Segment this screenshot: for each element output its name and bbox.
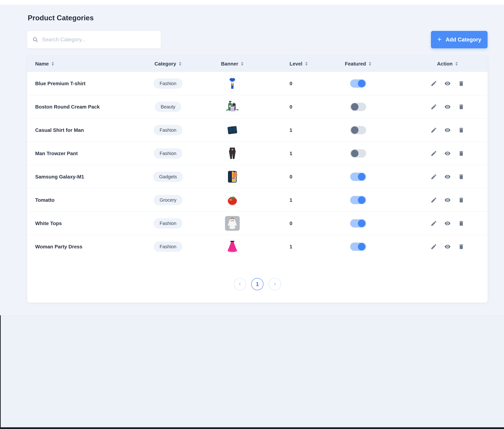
edit-button[interactable] [430, 197, 437, 204]
banner-image-casual-shirt [225, 123, 240, 137]
banner-image-white-top [225, 216, 240, 231]
column-header-featured[interactable]: Featured [329, 61, 388, 67]
category-name: Man Trowzer Pant [27, 151, 136, 156]
edit-button[interactable] [430, 150, 437, 157]
category-badge: Beauty [155, 102, 181, 112]
pencil-icon [431, 220, 437, 227]
table-row: White Tops Fashion 0 [27, 212, 487, 235]
search-box[interactable] [27, 31, 161, 48]
table-row: Casual Shirt for Man Fashion 1 [27, 118, 487, 142]
column-header-action[interactable]: Action [388, 61, 487, 67]
category-name: Samsung Galaxy-M1 [27, 174, 136, 180]
edit-button[interactable] [430, 127, 437, 134]
featured-toggle[interactable] [350, 219, 366, 228]
toggle-knob [351, 150, 358, 157]
category-name: White Tops [27, 221, 136, 226]
view-button[interactable] [444, 197, 451, 204]
eye-icon [444, 126, 451, 134]
search-input[interactable] [42, 37, 156, 43]
toggle-knob [358, 196, 365, 204]
column-header-level[interactable]: Level [265, 61, 329, 67]
view-button[interactable] [444, 173, 451, 180]
edit-button[interactable] [430, 243, 437, 250]
table-row: Blue Premium T-shirt Fashion 0 [27, 72, 487, 95]
toggle-knob [358, 80, 365, 87]
category-name: Blue Premium T-shirt [27, 81, 136, 86]
featured-toggle[interactable] [350, 149, 366, 158]
pencil-icon [431, 127, 437, 134]
featured-toggle[interactable] [350, 126, 366, 134]
level-value: 0 [265, 81, 329, 86]
category-badge: Grocery [154, 195, 182, 205]
delete-button[interactable] [458, 243, 465, 250]
column-header-name[interactable]: Name [27, 61, 136, 67]
edit-button[interactable] [430, 103, 437, 110]
delete-button[interactable] [458, 220, 465, 227]
trash-icon [458, 150, 464, 157]
sort-icon [241, 62, 244, 66]
featured-toggle[interactable] [350, 79, 366, 88]
pagination-page-1[interactable]: 1 [251, 278, 264, 290]
pencil-icon [431, 80, 437, 87]
trash-icon [458, 174, 464, 180]
banner-image-tomato [225, 193, 240, 207]
featured-toggle[interactable] [350, 242, 366, 251]
trash-icon [458, 220, 464, 226]
table-row: Samsung Galaxy-M1 Gadgets 0 [27, 165, 487, 188]
featured-toggle[interactable] [350, 103, 366, 111]
table-row: Boston Round Cream Pack Beauty 0 [27, 95, 487, 118]
category-badge: Fashion [154, 125, 182, 135]
edit-button[interactable] [430, 173, 437, 180]
column-header-banner[interactable]: Banner [200, 61, 265, 67]
edit-button[interactable] [430, 80, 437, 87]
delete-button[interactable] [458, 103, 465, 110]
column-header-category[interactable]: Category [136, 61, 200, 67]
level-value: 1 [265, 127, 329, 133]
pencil-icon [431, 173, 437, 180]
table-row: Tomatto Grocery 1 [27, 188, 487, 212]
search-icon [32, 37, 38, 43]
eye-icon [444, 197, 451, 204]
toolbar: + Add Category [27, 31, 487, 48]
sort-icon [305, 62, 308, 66]
edit-button[interactable] [430, 220, 437, 227]
featured-toggle[interactable] [350, 173, 366, 181]
category-name: Woman Party Dress [27, 244, 136, 250]
level-value: 1 [265, 197, 329, 203]
featured-toggle[interactable] [350, 196, 366, 204]
banner-image-party-dress [225, 239, 240, 254]
eye-icon [444, 150, 451, 157]
trash-icon [458, 127, 464, 133]
delete-button[interactable] [458, 80, 465, 87]
plus-icon: + [437, 36, 442, 43]
banner-image-smartphone [225, 170, 240, 184]
delete-button[interactable] [458, 127, 465, 134]
level-value: 0 [265, 104, 329, 110]
category-name: Tomatto [27, 197, 136, 203]
page-bottom-area [0, 315, 504, 429]
page-title: Product Categories [28, 14, 487, 22]
pagination-next-button[interactable] [269, 278, 281, 290]
pagination-prev-button[interactable] [234, 278, 246, 290]
eye-icon [444, 103, 451, 110]
sort-icon [51, 62, 54, 66]
pencil-icon [431, 150, 437, 157]
add-category-button[interactable]: + Add Category [431, 31, 487, 48]
delete-button[interactable] [458, 197, 465, 204]
eye-icon [444, 80, 451, 87]
delete-button[interactable] [458, 173, 465, 180]
level-value: 1 [265, 151, 329, 156]
view-button[interactable] [444, 220, 451, 227]
category-name: Casual Shirt for Man [27, 127, 136, 133]
sort-icon [455, 62, 458, 66]
sort-icon [369, 62, 371, 66]
view-button[interactable] [444, 243, 451, 250]
eye-icon [444, 173, 451, 180]
level-value: 0 [265, 174, 329, 180]
view-button[interactable] [444, 103, 451, 110]
delete-button[interactable] [458, 150, 465, 157]
view-button[interactable] [444, 127, 451, 134]
view-button[interactable] [444, 150, 451, 157]
view-button[interactable] [444, 80, 451, 87]
category-badge: Fashion [154, 218, 182, 229]
